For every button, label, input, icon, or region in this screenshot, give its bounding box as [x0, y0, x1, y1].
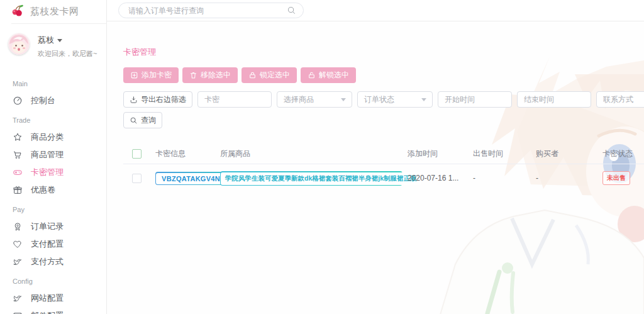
caret-down-icon [57, 39, 62, 42]
col-card-info: 卡密信息 [155, 149, 220, 159]
bird-icon [13, 257, 23, 267]
action-buttons: 添加卡密 移除选中 锁定选中 解锁选中 [123, 67, 644, 83]
unlock-icon [308, 71, 316, 79]
table-header: 卡密信息 所属商品 添加时间 出售时间 购买者 卡密状态 [123, 144, 644, 164]
sidebar-item-card-manage[interactable]: 卡密管理 [0, 167, 106, 178]
buyer-value: - [536, 174, 602, 182]
cart-icon [13, 150, 23, 160]
sidebar-item-mail-config[interactable]: 邮件配置 [0, 310, 106, 314]
add-card-button[interactable]: 添加卡密 [123, 67, 179, 83]
table-row: VBZQATAKGV4N3BL 学院风学生装可爱夏季新款dk格裙套装百褶裙半身裙… [123, 164, 644, 192]
status-badge: 未出售 [602, 171, 630, 185]
row-checkbox[interactable] [132, 174, 142, 183]
brand: 荔枝发卡网 [0, 0, 106, 23]
search-icon[interactable] [287, 6, 296, 18]
app-window: 荔枝发卡网 荔枝 [0, 0, 644, 314]
user-menu-button[interactable]: 荔枝 [38, 35, 97, 46]
nav-section-main: Main [0, 80, 106, 87]
main-area: 卡密管理 添加卡密 移除选中 锁定选中 解锁选中 [107, 0, 644, 314]
query-row: 查询 [123, 112, 644, 128]
filter-bar: 导出右边筛选 选择商品 订单状态 [123, 91, 644, 108]
unlock-selected-button[interactable]: 解锁选中 [301, 67, 356, 83]
col-added-time: 添加时间 [408, 149, 473, 159]
sold-time-value: - [473, 174, 536, 182]
product-select[interactable]: 选择商品 [277, 91, 352, 108]
col-sold-time: 出售时间 [473, 149, 536, 159]
card-key-input[interactable] [197, 91, 272, 108]
user-panel: 荔枝 欢迎回来，欧尼酱~ [0, 24, 106, 59]
gamepad-icon [13, 167, 23, 177]
sidebar-item-site-config[interactable]: 网站配置 [0, 293, 106, 304]
query-button[interactable]: 查询 [123, 112, 162, 128]
sidebar-item-product-category[interactable]: 商品分类 [0, 132, 106, 143]
order-search [118, 3, 304, 18]
page-title: 卡密管理 [123, 47, 644, 58]
dashboard-icon [13, 96, 23, 106]
bird-icon [13, 293, 23, 303]
sidebar-item-product-manage[interactable]: 商品管理 [0, 149, 106, 160]
avatar[interactable] [8, 33, 30, 55]
trash-icon [189, 71, 197, 79]
nav-section-trade: Trade [0, 116, 106, 124]
sidebar-item-dashboard[interactable]: 控制台 [0, 95, 106, 106]
star-icon [13, 132, 23, 142]
sidebar-item-pay-config[interactable]: 支付配置 [0, 238, 106, 250]
lock-selected-button[interactable]: 锁定选中 [242, 67, 297, 83]
nav-section-config: Config [0, 278, 106, 285]
sidebar-item-pay-method[interactable]: 支付方式 [0, 256, 106, 267]
plus-square-icon [130, 71, 138, 79]
select-all-checkbox[interactable] [132, 149, 142, 159]
start-time-input[interactable] [438, 91, 512, 108]
added-time-value: 2020-07-16 1... [408, 174, 473, 182]
search-icon [130, 116, 138, 125]
mail-icon [13, 311, 23, 314]
card-table: 卡密信息 所属商品 添加时间 出售时间 购买者 卡密状态 VBZQATAKGV4… [123, 144, 644, 192]
export-filtered-button[interactable]: 导出右边筛选 [123, 91, 192, 108]
content: 卡密管理 添加卡密 移除选中 锁定选中 解锁选中 [107, 21, 644, 314]
chevron-down-icon [421, 98, 426, 101]
contact-input[interactable] [596, 91, 644, 108]
sidebar-nav: Main 控制台 Trade 商品分类 商品管理 卡密管理 优惠卷 [0, 59, 106, 314]
topbar [107, 0, 644, 21]
product-badge: 学院风学生装可爱夏季新款dk格裙套装百褶裙半身裙jk制服裙正版 [220, 171, 402, 186]
user-meta: 荔枝 欢迎回来，欧尼酱~ [38, 33, 97, 59]
end-time-input[interactable] [517, 91, 591, 108]
sidebar: 荔枝发卡网 荔枝 [0, 0, 107, 314]
app-title: 荔枝发卡网 [30, 6, 79, 18]
col-card-status: 卡密状态 [602, 149, 644, 159]
gift-icon [13, 185, 23, 195]
col-product: 所属商品 [220, 149, 408, 159]
remove-selected-button[interactable]: 移除选中 [182, 67, 238, 83]
medal-icon [13, 221, 23, 232]
user-name: 荔枝 [38, 35, 54, 46]
chevron-down-icon [341, 98, 346, 101]
user-greeting: 欢迎回来，欧尼酱~ [38, 49, 97, 59]
nav-section-pay: Pay [0, 206, 106, 213]
export-icon [130, 96, 138, 104]
sidebar-item-order-records[interactable]: 订单记录 [0, 221, 106, 232]
col-buyer: 购买者 [536, 149, 602, 159]
order-status-select[interactable]: 订单状态 [357, 91, 433, 108]
heart-icon [13, 239, 23, 249]
order-search-input[interactable] [118, 3, 304, 18]
sidebar-item-coupon[interactable]: 优惠卷 [0, 184, 106, 196]
lock-icon [248, 71, 257, 79]
cherry-logo-icon [11, 4, 25, 20]
